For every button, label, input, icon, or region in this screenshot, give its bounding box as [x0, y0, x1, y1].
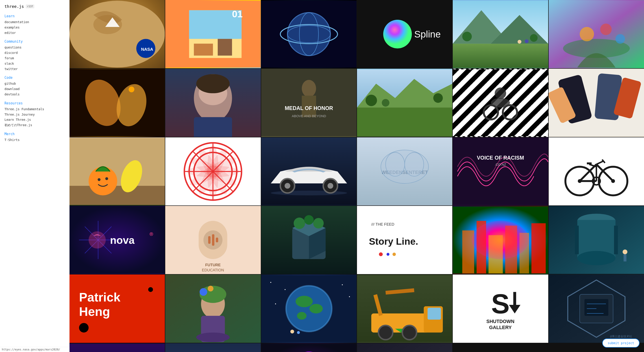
- svg-rect-187: [428, 308, 441, 320]
- svg-point-163: [148, 287, 153, 292]
- svg-point-24: [530, 34, 538, 42]
- section-merch: Merch T-Shirts: [4, 132, 65, 143]
- grid-item-mecabricks[interactable]: @博土建金技术社: [549, 275, 644, 343]
- grid-item-phones[interactable]: [549, 69, 644, 137]
- section-community: Community questions discord forum slack …: [4, 40, 65, 72]
- grid-item-teal-scene[interactable]: [549, 206, 644, 274]
- svg-point-56: [495, 88, 506, 99]
- submit-project-button[interactable]: submit project: [602, 338, 640, 347]
- svg-point-173: [284, 289, 286, 290]
- grid-item-mecabricks2[interactable]: MECABRICKS @博土建金技术社: [357, 343, 452, 352]
- svg-text:/// THE FEED: /// THE FEED: [371, 223, 394, 227]
- svg-point-168: [208, 286, 214, 292]
- grid-item-nasa[interactable]: NASA: [70, 0, 165, 68]
- svg-point-23: [462, 32, 472, 41]
- svg-point-90: [328, 183, 333, 189]
- svg-text:FUTURE: FUTURE: [206, 263, 221, 267]
- svg-point-142: [392, 253, 396, 256]
- svg-point-36: [129, 86, 134, 92]
- link-devtools[interactable]: devtools: [4, 92, 65, 97]
- grid-item-voice-of-racism[interactable]: VOICE OF RACISM .CO.NZ: [453, 137, 548, 206]
- svg-text:®: ®: [150, 231, 153, 238]
- svg-text:S: S: [491, 288, 510, 319]
- grid-item-circle-pattern[interactable]: [165, 137, 260, 206]
- project-grid: NASA 01: [70, 0, 644, 352]
- brand-title: three.js: [4, 4, 24, 9]
- main-content: NASA 01: [70, 0, 644, 352]
- status-bar: https://eyes.nasa.gov/apps/mars2020/: [0, 347, 70, 352]
- svg-point-150: [472, 221, 529, 259]
- grid-item-gold-swirl[interactable]: [70, 69, 165, 137]
- grid-item-terrain[interactable]: [357, 69, 452, 137]
- grid-item-diorama[interactable]: 01: [165, 0, 260, 68]
- svg-rect-126: [216, 238, 218, 242]
- grid-item-fruits[interactable]: [70, 137, 165, 206]
- svg-point-140: [379, 253, 383, 256]
- link-github[interactable]: github: [4, 81, 65, 86]
- link-discord[interactable]: discord: [4, 50, 65, 56]
- grid-item-construction[interactable]: [357, 275, 452, 343]
- grid-item-storyline[interactable]: /// THE FEED Story Line.: [357, 206, 452, 274]
- svg-point-31: [615, 34, 625, 44]
- svg-text:Spline: Spline: [414, 29, 440, 40]
- svg-rect-41: [194, 117, 232, 137]
- brand: three.js r137: [4, 4, 65, 9]
- svg-point-69: [98, 178, 100, 181]
- svg-point-176: [275, 303, 276, 304]
- grid-item-car[interactable]: [261, 137, 356, 206]
- grid-item-shutdown-gallery[interactable]: S SHUTDOWN GALLERY: [453, 275, 548, 343]
- svg-point-30: [600, 24, 612, 35]
- svg-rect-49: [357, 108, 452, 136]
- svg-point-136: [313, 218, 324, 229]
- link-forum[interactable]: forum: [4, 56, 65, 61]
- svg-rect-221: [261, 344, 356, 352]
- link-tshirts[interactable]: T-Shirts: [4, 137, 65, 143]
- svg-point-118: [88, 231, 106, 249]
- svg-text:@博土建金技术社: @博土建金技术社: [610, 335, 632, 338]
- grid-item-medal-honor[interactable]: MEDAL OF HONOR ABOVE AND BEYOND: [261, 69, 356, 137]
- grid-item-patrick-heng[interactable]: Patrick Heng: [70, 275, 165, 343]
- svg-rect-232: [357, 344, 452, 352]
- grid-item-spline[interactable]: Spline: [357, 0, 452, 68]
- link-journey[interactable]: Three.js Journey: [4, 112, 65, 117]
- grid-item-neon-skull[interactable]: [261, 343, 356, 352]
- link-examples[interactable]: examples: [4, 25, 65, 30]
- grid-item-nova[interactable]: nova ®: [70, 206, 165, 274]
- svg-text:nova: nova: [110, 234, 135, 246]
- grid-item-globe[interactable]: [261, 0, 356, 68]
- link-twitter[interactable]: twitter: [4, 66, 65, 72]
- link-download[interactable]: download: [4, 86, 65, 92]
- grid-item-stripes[interactable]: [453, 69, 548, 137]
- link-documentation[interactable]: documentation: [4, 20, 65, 25]
- grid-item-portrait[interactable]: [165, 69, 260, 137]
- link-learn[interactable]: Learn Three.js: [4, 117, 65, 123]
- grid-item-colorful[interactable]: [549, 0, 644, 68]
- svg-rect-8: [194, 44, 213, 55]
- grid-item-cube[interactable]: [261, 206, 356, 274]
- grid-item-hubs[interactable]: hubs by: [165, 343, 260, 352]
- svg-rect-149: [532, 223, 546, 273]
- link-editor[interactable]: editor: [4, 30, 65, 36]
- grid-item-earth2[interactable]: [261, 275, 356, 343]
- grid-item-future-education[interactable]: FUTURE EDUCATION SDU ↵: [165, 206, 260, 274]
- svg-point-111: [611, 179, 615, 183]
- svg-rect-158: [624, 254, 626, 262]
- version-badge: r137: [26, 5, 34, 8]
- svg-point-178: [296, 296, 313, 307]
- svg-point-26: [525, 39, 528, 43]
- svg-point-157: [622, 250, 627, 254]
- link-questions[interactable]: questions: [4, 45, 65, 50]
- svg-point-191: [378, 325, 393, 340]
- svg-rect-66: [70, 138, 165, 186]
- grid-item-weedensenteret[interactable]: WEEDENSENTERET: [357, 137, 452, 206]
- grid-item-beatmapper[interactable]: Beatmapper: [70, 343, 165, 352]
- grid-item-bicycle[interactable]: [549, 137, 644, 206]
- grid-item-thermal[interactable]: [453, 206, 548, 274]
- link-hajimete[interactable]: 初めてのThree.js: [4, 123, 65, 128]
- link-fundamentals[interactable]: Three.js Fundamentals: [4, 107, 65, 112]
- grid-item-artist[interactable]: [165, 275, 260, 343]
- svg-point-172: [270, 282, 271, 283]
- svg-point-167: [200, 288, 207, 296]
- grid-item-landscape[interactable]: [453, 0, 548, 68]
- link-slack[interactable]: slack: [4, 61, 65, 66]
